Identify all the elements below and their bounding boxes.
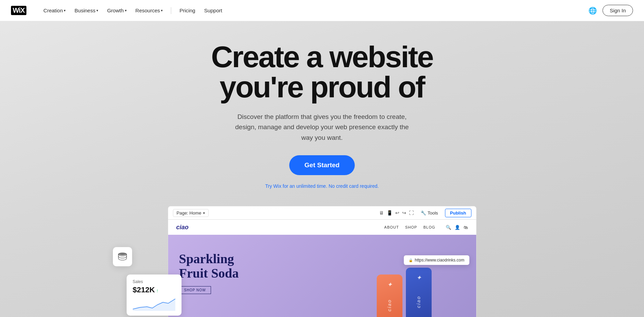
can-orange: ✦ ciao <box>377 275 402 317</box>
page-selector[interactable]: Page: Home ▾ <box>173 209 209 217</box>
undo-icon[interactable]: ↩ <box>395 210 399 216</box>
site-navbar: ciao ABOUT SHOP BLOG 🔍 👤 🛍 <box>168 220 476 235</box>
globe-icon[interactable]: 🌐 <box>588 7 597 15</box>
hero-title-line2: you're proud of <box>220 70 424 104</box>
can-orange-label: ciao <box>387 299 392 312</box>
site-nav-icons: 🔍 👤 🛍 <box>446 225 468 230</box>
chevron-down-icon: ▾ <box>64 9 66 12</box>
database-icon <box>117 251 128 262</box>
publish-button[interactable]: Publish <box>445 209 471 217</box>
nav-pricing-label: Pricing <box>179 8 195 13</box>
fullscreen-icon[interactable]: ⛶ <box>409 210 414 216</box>
get-started-button[interactable]: Get Started <box>289 155 354 175</box>
tools-label: Tools <box>428 210 438 216</box>
site-shop-button: SHOP NOW <box>179 286 211 294</box>
wix-logo-mark: WiX <box>11 6 26 15</box>
hero-free-text: Try Wix for an unlimited time. No credit… <box>211 183 433 189</box>
search-icon: 🔍 <box>446 225 451 230</box>
chevron-down-icon: ▾ <box>96 9 98 12</box>
site-logo: ciao <box>176 224 189 231</box>
site-nav-shop: SHOP <box>405 225 417 229</box>
mobile-view-icon[interactable]: 📱 <box>387 210 393 216</box>
wix-logo[interactable]: WiX <box>11 6 26 15</box>
cart-icon: 🛍 <box>464 225 468 230</box>
sales-amount-value: $212K <box>133 285 155 294</box>
sales-trend-icon: ↑ <box>155 288 159 293</box>
nav-business-label: Business <box>74 8 95 13</box>
hero-title-line1: Create a website <box>211 40 433 74</box>
redo-icon[interactable]: ↪ <box>402 210 406 216</box>
nav-pricing[interactable]: Pricing <box>176 5 199 15</box>
nav-support[interactable]: Support <box>201 5 226 15</box>
sales-amount: $212K ↑ <box>133 285 175 294</box>
site-preview: ciao ABOUT SHOP BLOG 🔍 👤 🛍 <box>168 220 476 317</box>
toolbar-icons: 🖥 📱 ↩ ↪ ⛶ <box>379 210 414 216</box>
page-chevron-icon: ▾ <box>203 211 205 215</box>
editor-canvas: ciao ABOUT SHOP BLOG 🔍 👤 🛍 <box>168 220 477 317</box>
nav-divider <box>171 7 171 14</box>
site-nav-blog: BLOG <box>423 225 435 229</box>
editor-toolbar: Page: Home ▾ 🖥 📱 ↩ ↪ ⛶ 🔧 Tools Publish <box>168 206 477 220</box>
editor-mockup: Sales $212K ↑ Page: Home ▾ 🖥 📱 ↩ <box>168 206 477 317</box>
can-star-icon: ✦ <box>387 281 392 288</box>
hero-section: Create a website you're proud of Discove… <box>0 0 644 317</box>
lock-icon: 🔒 <box>409 258 413 262</box>
site-nav-links: ABOUT SHOP BLOG <box>384 225 435 229</box>
desktop-view-icon[interactable]: 🖥 <box>379 210 384 216</box>
site-hero-line2: Fruit Soda <box>179 266 239 280</box>
nav-resources[interactable]: Resources ▾ <box>132 5 166 15</box>
site-hero-line1: Sparkling <box>179 252 234 266</box>
url-text: https://www.ciaodrinks.com <box>415 258 465 263</box>
site-hero-area: Sparkling Fruit Soda SHOP NOW ✦ ciao ✦ <box>168 235 476 317</box>
url-bar: 🔒 https://www.ciaodrinks.com <box>404 255 469 265</box>
sales-chart <box>133 297 175 311</box>
nav-right: 🌐 Sign In <box>588 5 633 16</box>
site-hero-heading: Sparkling Fruit Soda <box>179 252 239 281</box>
nav-resources-label: Resources <box>136 8 160 13</box>
site-nav-about: ABOUT <box>384 225 399 229</box>
db-icon-card <box>113 247 132 266</box>
can-blue-label: ciao <box>416 296 421 308</box>
nav-creation-label: Creation <box>44 8 63 13</box>
can-blue: ✦ ciao <box>406 268 432 317</box>
nav-growth-label: Growth <box>107 8 124 13</box>
can-blue-star-icon: ✦ <box>417 275 421 281</box>
sales-label: Sales <box>133 279 175 284</box>
chevron-down-icon: ▾ <box>161 9 163 12</box>
hero-content: Create a website you're proud of Discove… <box>204 21 440 203</box>
hero-subtitle: Discover the platform that gives you the… <box>233 112 411 143</box>
nav-creation[interactable]: Creation ▾ <box>40 5 69 15</box>
nav-business[interactable]: Business ▾ <box>71 5 102 15</box>
page-selector-label: Page: Home <box>177 210 201 216</box>
signin-button[interactable]: Sign In <box>602 5 633 16</box>
sales-card: Sales $212K ↑ <box>127 275 182 316</box>
user-icon: 👤 <box>455 225 460 230</box>
nav-growth[interactable]: Growth ▾ <box>104 5 130 15</box>
hero-title: Create a website you're proud of <box>211 42 433 102</box>
cans-area: ✦ ciao ✦ ciao <box>346 235 462 317</box>
nav-support-label: Support <box>204 8 222 13</box>
site-hero-text: Sparkling Fruit Soda SHOP NOW <box>179 252 239 294</box>
navbar: WiX Creation ▾ Business ▾ Growth ▾ Resou… <box>0 0 644 21</box>
nav-links: Creation ▾ Business ▾ Growth ▾ Resources… <box>40 5 589 15</box>
chevron-down-icon: ▾ <box>125 9 127 12</box>
svg-point-0 <box>118 253 127 255</box>
tools-icon: 🔧 <box>421 210 426 216</box>
tools-button[interactable]: 🔧 Tools <box>418 209 441 217</box>
